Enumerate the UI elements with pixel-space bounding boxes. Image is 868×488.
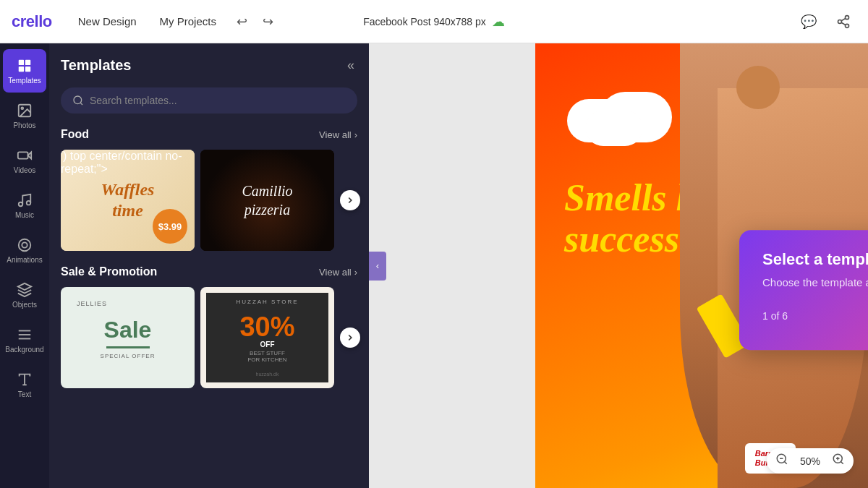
template-waffles[interactable]: ') top center/contain no-repeat;"> Waffl… — [61, 150, 195, 251]
sale2-preview: HUZZAH STORE 30% OFF BEST STUFFFOR KITCH… — [200, 287, 334, 388]
food-section: Food View all › ') top center/contain no… — [61, 128, 357, 251]
food2-preview: Camilliopizzeria — [200, 150, 334, 251]
food-next-arrow[interactable] — [340, 190, 360, 210]
zoom-out-button[interactable] — [775, 453, 788, 469]
chat-icon[interactable]: 💬 — [796, 9, 822, 35]
sidebar-item-templates-label: Templates — [8, 77, 41, 85]
my-projects-link[interactable]: My Projects — [151, 11, 225, 32]
food-view-all-button[interactable]: View all › — [319, 129, 357, 140]
popup-subtitle: Choose the template and start editing — [762, 276, 868, 288]
templates-panel: Templates « Food View all › — [49, 43, 369, 488]
sale-template-grid-wrapper: JELLIES Sale SPECIAL OFFER HUZZAH STORE — [61, 287, 357, 388]
sidebar-item-objects-label: Objects — [12, 301, 37, 309]
sale-next-arrow[interactable] — [340, 328, 360, 348]
sidebar-item-photos[interactable]: Photos — [3, 94, 46, 137]
sidebar-item-videos[interactable]: Videos — [3, 139, 46, 182]
sidebar-item-animations-label: Animations — [7, 256, 42, 264]
svg-rect-8 — [25, 66, 30, 71]
popup-footer: 1 of 6 Next › — [762, 303, 868, 330]
sidebar-item-videos-label: Videos — [14, 166, 35, 174]
new-design-link[interactable]: New Design — [69, 11, 145, 32]
select-template-popup: × Select a template Choose the template … — [739, 230, 868, 350]
svg-point-22 — [74, 96, 82, 104]
sale-section: Sale & Promotion View all › JELLIES Sale — [61, 265, 357, 388]
collapse-panel-button[interactable]: « — [344, 55, 357, 76]
search-bar — [61, 87, 357, 114]
svg-line-23 — [80, 103, 82, 105]
sidebar-item-text[interactable]: Text — [3, 363, 46, 406]
document-title: Facebook Post 940x788 px — [363, 16, 486, 27]
food-section-header: Food View all › — [61, 128, 357, 141]
zoom-level: 50% — [797, 455, 823, 467]
food-template-grid: ') top center/contain no-repeat;"> Waffl… — [61, 150, 357, 251]
sidebar-item-templates[interactable]: Templates — [3, 49, 46, 93]
svg-point-2 — [846, 24, 849, 27]
sidebar-item-music[interactable]: Music — [3, 184, 46, 227]
sidebar-item-text-label: Text — [18, 390, 31, 398]
sale-section-title: Sale & Promotion — [61, 265, 157, 278]
redo-button[interactable]: ↪ — [257, 10, 280, 33]
svg-line-4 — [841, 18, 846, 20]
popup-counter: 1 of 6 — [762, 310, 788, 322]
svg-point-1 — [838, 20, 842, 23]
share-icon[interactable] — [830, 9, 856, 35]
svg-line-28 — [841, 461, 843, 463]
sidebar-item-background[interactable]: Background — [3, 318, 46, 361]
svg-point-10 — [21, 107, 23, 109]
svg-rect-5 — [19, 59, 24, 64]
app-logo[interactable]: crello — [12, 12, 52, 31]
svg-point-13 — [19, 202, 23, 206]
sidebar-item-animations[interactable]: Animations — [3, 228, 46, 272]
svg-rect-7 — [19, 66, 24, 71]
svg-rect-6 — [25, 59, 30, 64]
cloud-save-icon: ☁ — [492, 14, 505, 30]
template-30off[interactable]: HUZZAH STORE 30% OFF BEST STUFFFOR KITCH… — [200, 287, 334, 388]
food-template-grid-wrapper: ') top center/contain no-repeat;"> Waffl… — [61, 150, 357, 251]
search-input[interactable] — [90, 95, 346, 106]
sale-template-grid: JELLIES Sale SPECIAL OFFER HUZZAH STORE — [61, 287, 357, 388]
svg-rect-11 — [18, 152, 28, 158]
sidebar-item-objects[interactable]: Objects — [3, 273, 46, 317]
food-section-title: Food — [61, 128, 89, 141]
search-icon — [72, 95, 84, 106]
food2-title: Camilliopizzeria — [242, 181, 292, 219]
svg-point-16 — [19, 239, 31, 251]
svg-point-15 — [22, 242, 27, 247]
food1-price: $3.99 — [153, 209, 187, 244]
undo-redo-group: ↩ ↪ — [231, 10, 280, 33]
template-sale-green[interactable]: JELLIES Sale SPECIAL OFFER — [61, 287, 195, 388]
sidebar-item-music-label: Music — [15, 211, 34, 219]
svg-point-14 — [27, 200, 31, 205]
template-pizzeria[interactable]: Camilliopizzeria — [200, 150, 334, 251]
food1-title: Wafflestime — [101, 179, 155, 221]
panel-title: Templates — [61, 57, 131, 74]
sale1-preview: JELLIES Sale SPECIAL OFFER — [61, 287, 195, 388]
sidebar-item-photos-label: Photos — [13, 121, 35, 129]
svg-line-3 — [841, 22, 846, 25]
top-right-actions: 💬 — [796, 9, 856, 35]
svg-line-25 — [784, 461, 786, 463]
panel-scroll-left-button[interactable]: ‹ — [369, 252, 386, 281]
sale-view-all-button[interactable]: View all › — [319, 267, 357, 278]
icon-sidebar: Templates Photos Videos Music Animations… — [0, 43, 49, 488]
popup-title: Select a template — [762, 250, 868, 269]
cloud-decoration — [585, 110, 643, 146]
sidebar-item-background-label: Background — [5, 346, 43, 354]
nav-links: New Design My Projects — [69, 11, 225, 32]
undo-button[interactable]: ↩ — [231, 10, 254, 33]
main-layout: Templates Photos Videos Music Animations… — [0, 43, 868, 488]
food1-preview: ') top center/contain no-repeat;"> Waffl… — [61, 150, 195, 251]
canvas-area: ‹ Smells like success 〜〜 — [369, 43, 868, 488]
top-navigation: crello New Design My Projects ↩ ↪ Facebo… — [0, 0, 868, 43]
sale-section-header: Sale & Promotion View all › — [61, 265, 357, 278]
document-info: Facebook Post 940x788 px ☁ — [363, 14, 505, 30]
zoom-controls: 50% — [767, 448, 854, 474]
panel-header: Templates « — [61, 55, 357, 76]
svg-point-0 — [846, 15, 849, 19]
zoom-in-button[interactable] — [832, 453, 845, 469]
